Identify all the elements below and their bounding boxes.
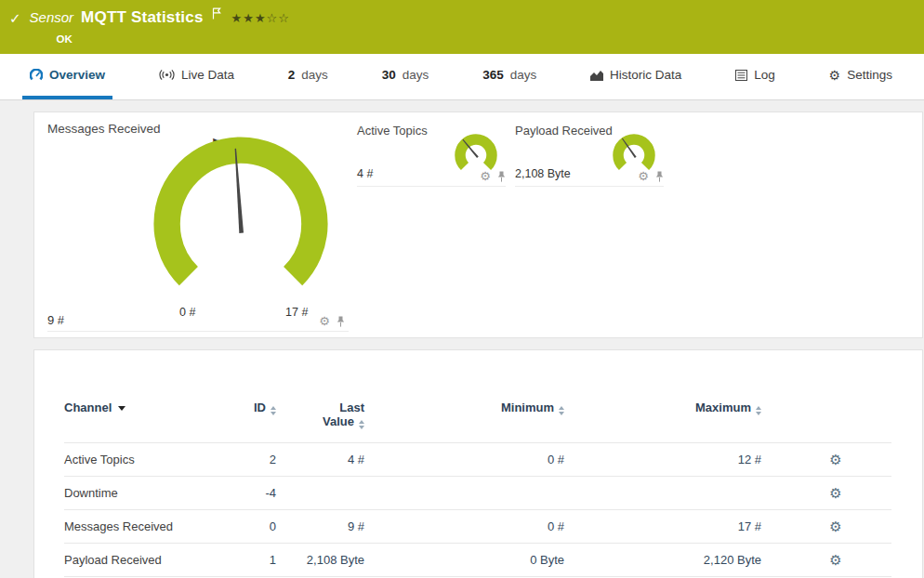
status-ok-check-icon: ✓ bbox=[9, 10, 21, 27]
status-badge: OK bbox=[57, 33, 290, 45]
table-header-row: Channel ID LastValue Minimum Maximum bbox=[64, 401, 891, 443]
column-label: Channel bbox=[64, 401, 112, 414]
tab-label: Settings bbox=[847, 68, 892, 82]
primary-gauge-value: 9 # bbox=[47, 313, 64, 327]
column-label: Maximum bbox=[695, 401, 751, 414]
tab-historic-data[interactable]: Historic Data bbox=[583, 54, 689, 99]
table-row: Payload Received 1 2,108 Byte 0 Byte 2,1… bbox=[64, 544, 891, 577]
tab-number: 30 bbox=[382, 68, 396, 82]
gauge-gear-icon[interactable]: ⚙ bbox=[480, 170, 491, 182]
gauge-scale-max: 17 # bbox=[285, 306, 308, 319]
overview-gauge-icon bbox=[30, 69, 43, 82]
cell-id: -4 bbox=[231, 477, 276, 510]
cell-last-value bbox=[276, 477, 364, 510]
column-header-actions bbox=[761, 401, 891, 443]
small-gauge-tools: ⚙ bbox=[638, 170, 664, 182]
tab-label: days bbox=[301, 68, 328, 82]
historic-data-chart-icon bbox=[590, 70, 603, 81]
channel-settings-gear-icon[interactable]: ⚙ bbox=[829, 519, 841, 534]
table-row: Downtime -4 ⚙ bbox=[64, 477, 891, 510]
tab-settings[interactable]: ⚙ Settings bbox=[822, 54, 900, 99]
cell-maximum: 17 # bbox=[564, 510, 761, 544]
sort-icon bbox=[271, 406, 276, 415]
messages-received-gauge bbox=[150, 133, 332, 315]
flag-icon bbox=[212, 7, 221, 23]
cell-actions: ⚙ bbox=[761, 544, 891, 577]
primary-gauge-tools: ⚙ bbox=[319, 315, 345, 327]
sort-icon bbox=[359, 420, 364, 429]
cell-channel: Active Topics bbox=[64, 443, 231, 477]
tab-number: 365 bbox=[482, 68, 504, 82]
sensor-header: ✓ Sensor MQTT Statistics ★★★☆☆ OK bbox=[0, 0, 924, 54]
tab-label: Historic Data bbox=[610, 68, 681, 82]
channels-table: Channel ID LastValue Minimum Maximum bbox=[64, 401, 891, 577]
tab-log[interactable]: Log bbox=[728, 54, 783, 99]
channel-settings-gear-icon[interactable]: ⚙ bbox=[829, 552, 841, 568]
tab-live-data[interactable]: Live Data bbox=[152, 54, 242, 99]
cell-minimum: 0 # bbox=[364, 510, 564, 544]
log-list-icon bbox=[735, 70, 747, 81]
cell-actions: ⚙ bbox=[761, 443, 891, 477]
chevron-down-icon bbox=[118, 406, 125, 411]
active-topics-gauge-block: Active Topics 4 # ⚙ bbox=[357, 124, 506, 187]
gauge-gear-icon[interactable]: ⚙ bbox=[638, 170, 649, 182]
live-data-broadcast-icon bbox=[159, 69, 175, 81]
tab-label: Overview bbox=[49, 68, 105, 82]
page-title: MQTT Statistics bbox=[81, 8, 203, 27]
small-gauge-value: 2,108 Byte bbox=[515, 167, 571, 180]
column-header-minimum[interactable]: Minimum bbox=[364, 401, 564, 443]
column-header-id[interactable]: ID bbox=[231, 401, 276, 443]
tab-label: Log bbox=[754, 68, 775, 82]
table-row: Messages Received 0 9 # 0 # 17 # ⚙ bbox=[64, 510, 891, 544]
gauge-scale-min: 0 # bbox=[179, 306, 195, 319]
cell-maximum bbox=[564, 477, 761, 510]
settings-gear-icon: ⚙ bbox=[829, 68, 841, 83]
payload-received-gauge-block: Payload Received 2,108 Byte ⚙ bbox=[515, 124, 664, 187]
cell-id: 2 bbox=[231, 443, 276, 477]
sort-icon bbox=[756, 406, 761, 415]
gauges-panel: Messages Received ⚑ 0 # 17 # 9 # ⚙ Activ… bbox=[33, 112, 923, 338]
cell-last-value: 4 # bbox=[276, 443, 364, 477]
column-header-last-value[interactable]: LastValue bbox=[276, 401, 364, 443]
table-row: Active Topics 2 4 # 0 # 12 # ⚙ bbox=[64, 443, 891, 477]
cell-channel: Messages Received bbox=[64, 510, 231, 544]
cell-id: 1 bbox=[231, 544, 276, 577]
tab-label: days bbox=[403, 68, 429, 82]
tab-label: days bbox=[510, 68, 537, 82]
cell-channel: Payload Received bbox=[64, 544, 231, 577]
tab-overview[interactable]: Overview bbox=[22, 54, 112, 99]
cell-actions: ⚙ bbox=[761, 510, 891, 544]
cell-minimum: 0 Byte bbox=[364, 544, 564, 577]
primary-gauge-block: Messages Received ⚑ 0 # 17 # 9 # ⚙ bbox=[47, 122, 349, 332]
column-header-maximum[interactable]: Maximum bbox=[564, 401, 761, 443]
cell-minimum bbox=[364, 477, 564, 510]
tab-2-days[interactable]: 2 days bbox=[281, 54, 336, 99]
sort-icon bbox=[559, 406, 564, 415]
cell-id: 0 bbox=[231, 510, 276, 544]
gauge-pin-icon[interactable] bbox=[497, 171, 506, 182]
channel-settings-gear-icon[interactable]: ⚙ bbox=[829, 452, 841, 467]
overview-content: Messages Received ⚑ 0 # 17 # 9 # ⚙ Activ… bbox=[0, 100, 924, 578]
prtg-sensor-page: ✓ Sensor MQTT Statistics ★★★☆☆ OK Overvi… bbox=[0, 0, 924, 578]
tab-30-days[interactable]: 30 days bbox=[375, 54, 437, 99]
gauge-pin-icon[interactable] bbox=[655, 171, 664, 182]
column-label: Minimum bbox=[501, 401, 554, 414]
cell-maximum: 12 # bbox=[564, 443, 761, 477]
object-kind-label: Sensor bbox=[30, 9, 74, 25]
priority-stars[interactable]: ★★★☆☆ bbox=[231, 11, 290, 25]
cell-actions: ⚙ bbox=[761, 477, 891, 510]
column-header-channel[interactable]: Channel bbox=[64, 401, 231, 443]
small-gauge-tools: ⚙ bbox=[480, 170, 506, 182]
tab-365-days[interactable]: 365 days bbox=[475, 54, 544, 99]
cell-channel: Downtime bbox=[64, 477, 231, 510]
tab-label: Live Data bbox=[181, 68, 234, 82]
column-label: LastValue bbox=[323, 401, 364, 429]
channel-settings-gear-icon[interactable]: ⚙ bbox=[829, 485, 841, 501]
cell-last-value: 2,108 Byte bbox=[276, 544, 364, 577]
small-gauge-value: 4 # bbox=[357, 167, 373, 180]
tab-number: 2 bbox=[288, 68, 296, 82]
tab-bar: Overview Live Data 2 days 30 days 365 da… bbox=[0, 54, 924, 100]
gauge-gear-icon[interactable]: ⚙ bbox=[319, 315, 330, 327]
sensor-title-row: Sensor MQTT Statistics ★★★☆☆ bbox=[30, 8, 290, 27]
gauge-pin-icon[interactable] bbox=[337, 316, 345, 327]
